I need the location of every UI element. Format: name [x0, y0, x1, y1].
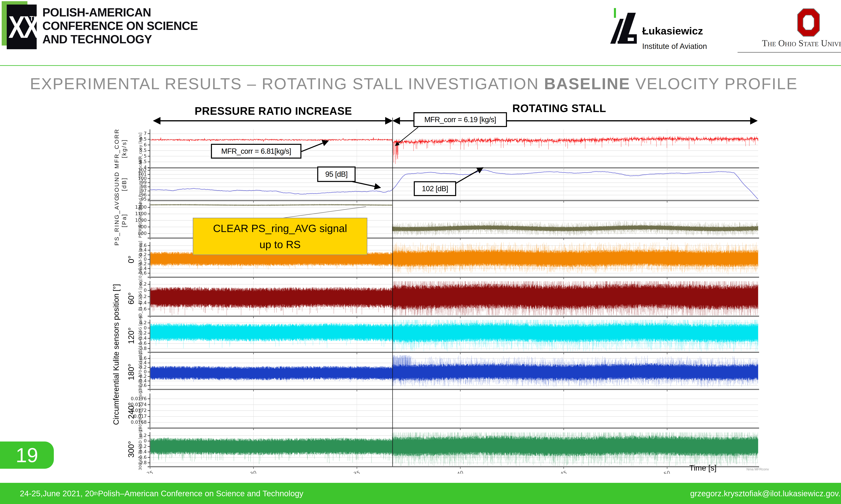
row-label-sound-line2: [dB] [120, 172, 128, 197]
logo-th-text: TH [30, 15, 38, 22]
footer-left-prefix: 24-25,June 2021, 20 [20, 489, 94, 498]
footer-left-sup: th [94, 491, 98, 496]
page-title: EXPERIMENTAL RESULTS – ROTATING STALL IN… [30, 75, 798, 93]
footer-bar: 24-25,June 2021, 20th Polish–American Co… [0, 483, 841, 504]
row-label-mfr-line2: [kg/s] [120, 128, 128, 168]
row-label-ps-ring: PS_RING_AVG [Pa] [113, 195, 128, 246]
osu-name: The Ohio State University [737, 38, 841, 48]
annotation-95db: 95 [dB] [317, 166, 356, 182]
row-label-kulite-group: Circumferential Kulite sensors position … [111, 284, 121, 425]
annotation-mfr-after: MFR_corr = 6.19 [kg/s] [413, 112, 507, 127]
lukasiewicz-subtitle: Institute of Aviation [642, 42, 707, 51]
title-bold: BASELINE [544, 75, 630, 93]
conference-name-line2: CONFERENCE ON SCIENCE [42, 19, 198, 33]
annotation-102db: 102 [dB] [414, 181, 456, 196]
annotation-clear-signal-note: CLEAR PS_ring_AVG signal up to RS [193, 218, 367, 255]
row-label-angle-180: 180° [126, 363, 136, 380]
row-label-ps-line1: PS_RING_AVG [113, 195, 120, 246]
signal-panels-canvas [101, 124, 767, 474]
row-label-ps-line2: [Pa] [120, 195, 128, 246]
slide: { "header": { "logo_badge": {"roman": "X… [0, 0, 841, 504]
row-label-angle-60: 60° [126, 292, 136, 305]
note-line1: CLEAR PS_ring_AVG signal [213, 220, 347, 236]
footer-conference-text: 24-25,June 2021, 20th Polish–American Co… [20, 483, 304, 504]
conference-logo-badge: XX TH [7, 4, 37, 49]
row-label-sound: SOUND [dB] [113, 172, 128, 197]
logo-xx-text: XX [8, 9, 38, 45]
row-label-mfr-line1: MFR_CORR [113, 128, 120, 168]
row-label-angle-120: 120° [126, 327, 136, 344]
conference-name-line1: POLISH-AMERICAN [42, 6, 198, 19]
page-number-badge: 19 [0, 442, 54, 469]
lukasiewicz-name: Łukasiewicz [642, 25, 703, 37]
osu-logo-o [797, 9, 820, 36]
row-label-sound-line1: SOUND [113, 172, 120, 197]
row-label-mfr-corr: MFR_CORR [kg/s] [113, 128, 128, 168]
note-line2: up to RS [259, 236, 301, 252]
x-axis-label: Time [s] [689, 463, 717, 472]
conference-name: POLISH-AMERICAN CONFERENCE ON SCIENCE AN… [42, 6, 198, 46]
annotation-mfr-before: MFR_corr = 6.81[kg/s] [211, 144, 302, 159]
title-prefix: EXPERIMENTAL RESULTS – ROTATING STALL IN… [30, 75, 544, 93]
phase-label-pressure-ratio: PRESSURE RATIO INCREASE [175, 105, 372, 117]
plot-watermark: Nma MFRconv [746, 467, 769, 471]
osu-underline [738, 52, 841, 53]
title-suffix: VELOCITY PROFILE [630, 75, 797, 93]
footer-email: grzegorz.krysztofiak@ilot.lukasiewicz.go… [690, 483, 841, 504]
footer-left-suffix: Polish–American Conference on Science an… [98, 489, 303, 498]
row-label-angle-300: 300° [126, 441, 136, 457]
row-label-angle-240: 240° [126, 402, 136, 419]
header-divider [0, 65, 841, 66]
conference-name-line3: AND TECHNOLOGY [42, 33, 198, 46]
row-label-angle-0: 0° [126, 255, 136, 263]
